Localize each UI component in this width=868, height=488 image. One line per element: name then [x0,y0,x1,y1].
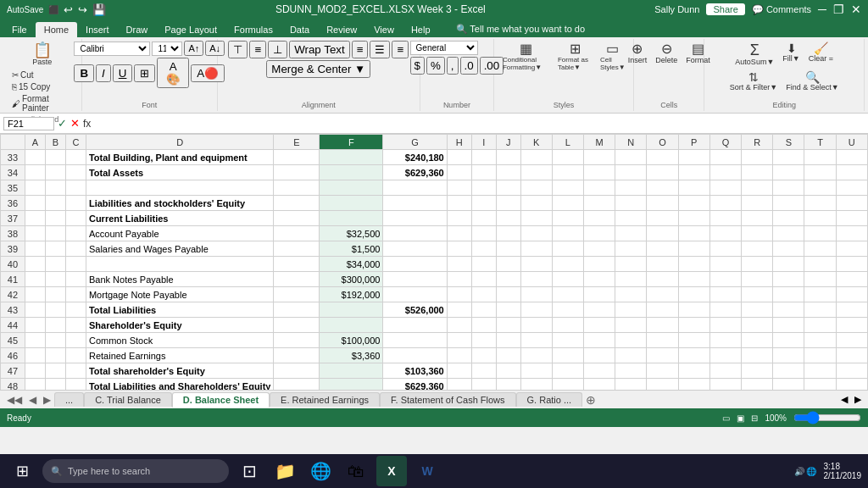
cell-O42[interactable] [647,287,678,302]
row-header[interactable]: 33 [1,150,25,165]
insert-function-btn[interactable]: fx [83,118,91,130]
cell-Q36[interactable] [709,196,741,211]
cell-E41[interactable] [274,272,320,287]
cell-G37[interactable] [383,211,447,226]
cell-U41[interactable] [836,272,867,287]
row-header[interactable]: 40 [1,257,25,272]
cell-R42[interactable] [742,287,773,302]
cell-N39[interactable] [615,241,647,257]
col-header-e[interactable]: E [274,135,320,150]
cell-N44[interactable] [615,318,647,333]
cell-T48[interactable] [804,379,836,391]
cell-F43[interactable] [320,302,383,318]
table-row[interactable]: 41Bank Notes Payable$300,000 [1,272,868,287]
sheet-tab-nav-left[interactable]: ◀◀ [3,394,25,406]
cell-P40[interactable] [678,257,709,272]
fill-color-btn[interactable]: A🎨 [157,58,189,88]
cell-C42[interactable] [65,287,86,302]
cell-B40[interactable] [45,257,65,272]
store-btn[interactable]: 🛍 [341,456,371,486]
row-header[interactable]: 45 [1,333,25,348]
cell-C40[interactable] [65,257,86,272]
cell-M44[interactable] [584,318,615,333]
copy-btn[interactable]: ⎘ 15 Copy [8,81,76,92]
cell-H39[interactable] [447,241,471,257]
row-header[interactable]: 36 [1,196,25,211]
view-layout-btn[interactable]: ▣ [737,413,744,423]
cell-F44[interactable] [320,318,383,333]
cell-F48[interactable] [320,379,383,391]
cell-T37[interactable] [804,211,836,226]
cell-D37[interactable]: Current Liabilities [86,211,274,226]
cell-T39[interactable] [804,241,836,257]
cell-J42[interactable] [496,287,520,302]
cell-P33[interactable] [678,150,709,165]
cell-M43[interactable] [584,302,615,318]
cell-N45[interactable] [615,333,647,348]
cell-C36[interactable] [65,196,86,211]
format-table-btn[interactable]: ⊞ Format as Table▼ [554,41,596,73]
wrap-text-btn[interactable]: Wrap Text [289,41,350,58]
comments-btn[interactable]: 💬 Comments [752,4,811,15]
row-header[interactable]: 44 [1,318,25,333]
cell-I36[interactable] [471,196,496,211]
formula-input[interactable] [94,118,865,130]
table-row[interactable]: 48Total Liabilities and Shareholders' Eq… [1,379,868,391]
cell-H33[interactable] [447,150,471,165]
percent-btn[interactable]: % [426,57,445,75]
zoom-slider[interactable] [793,411,861,424]
cell-N47[interactable] [615,363,647,379]
cell-L36[interactable] [552,196,583,211]
cell-F45[interactable]: $100,000 [320,333,383,348]
table-row[interactable]: 40$34,000 [1,257,868,272]
cell-B37[interactable] [45,211,65,226]
cell-Q48[interactable] [709,379,741,391]
cell-G36[interactable] [383,196,447,211]
cell-I42[interactable] [471,287,496,302]
view-normal-btn[interactable]: ▭ [722,413,730,423]
cell-Q45[interactable] [709,333,741,348]
cell-A46[interactable] [25,348,45,363]
cell-G38[interactable] [383,226,447,241]
font-size-select[interactable]: 11 [152,42,182,56]
row-header[interactable]: 38 [1,226,25,241]
tab-help[interactable]: Help [403,22,439,37]
cell-L42[interactable] [552,287,583,302]
cell-Q43[interactable] [709,302,741,318]
row-header[interactable]: 37 [1,211,25,226]
cell-N42[interactable] [615,287,647,302]
cell-D48[interactable]: Total Liabilities and Shareholders' Equi… [86,379,274,391]
cell-G44[interactable] [383,318,447,333]
col-header-l[interactable]: L [552,135,583,150]
cell-P34[interactable] [678,165,709,180]
col-header-q[interactable]: Q [709,135,741,150]
cell-P35[interactable] [678,180,709,196]
cell-M37[interactable] [584,211,615,226]
cell-A40[interactable] [25,257,45,272]
cell-S41[interactable] [773,272,804,287]
maximize-btn[interactable]: ❐ [833,3,844,16]
cell-H36[interactable] [447,196,471,211]
cell-N48[interactable] [615,379,647,391]
row-header[interactable]: 34 [1,165,25,180]
cell-K47[interactable] [520,363,552,379]
italic-btn[interactable]: I [96,64,111,82]
cell-S33[interactable] [773,150,804,165]
cell-A41[interactable] [25,272,45,287]
align-bottom-btn[interactable]: ⊥ [268,41,287,58]
col-header-n[interactable]: N [615,135,647,150]
cell-Q38[interactable] [709,226,741,241]
cell-reference-input[interactable] [3,117,54,130]
cell-A39[interactable] [25,241,45,257]
cell-M35[interactable] [584,180,615,196]
cell-U33[interactable] [836,150,867,165]
cell-R46[interactable] [742,348,773,363]
cell-U35[interactable] [836,180,867,196]
cell-A44[interactable] [25,318,45,333]
cell-H38[interactable] [447,226,471,241]
cell-S48[interactable] [773,379,804,391]
cell-I44[interactable] [471,318,496,333]
clear-btn[interactable]: 🧹 Clear = [805,41,837,68]
cell-E44[interactable] [274,318,320,333]
cell-D38[interactable]: Account Payable [86,226,274,241]
